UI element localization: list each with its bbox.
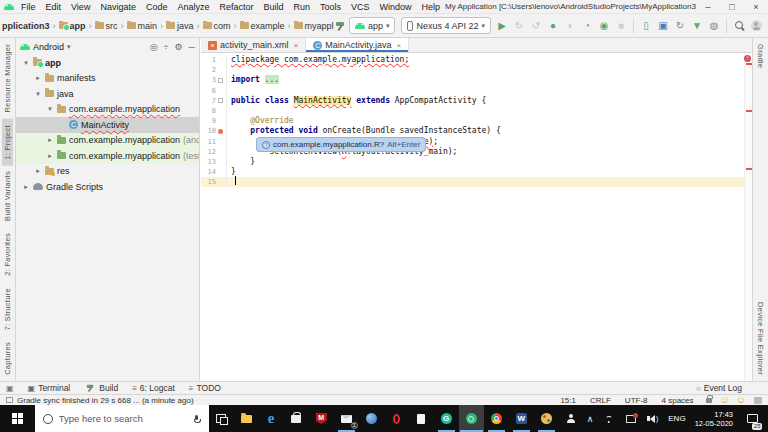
tree-item-app[interactable]: ▾app: [16, 55, 199, 71]
layout-inspector-button[interactable]: ▣: [655, 18, 671, 34]
indent-setting[interactable]: 4 spaces: [657, 396, 699, 405]
paint[interactable]: [534, 405, 559, 432]
menu-item-edit[interactable]: Edit: [41, 2, 67, 12]
tree-item-gradle-scripts[interactable]: ▸Gradle Scripts: [16, 179, 199, 195]
chevron-right-icon[interactable]: ▸: [34, 74, 42, 82]
file-encoding[interactable]: UTF-8: [620, 396, 653, 405]
code-editor[interactable]: ? com.example.myapplication.R? Alt+Enter…: [201, 53, 744, 381]
stripe-item-build-variants[interactable]: Build Variants: [2, 165, 13, 227]
menu-item-view[interactable]: View: [66, 2, 95, 12]
chrome-browser[interactable]: [484, 405, 509, 432]
tool-window-button-build[interactable]: Build: [84, 382, 118, 394]
code-line-14[interactable]: 14}: [201, 167, 744, 177]
breadcrumb-item-example[interactable]: example: [239, 21, 286, 31]
stripe-item-2-favorites[interactable]: 2: Favorites: [2, 227, 13, 282]
hide-panel-icon[interactable]: ─: [189, 42, 195, 52]
code-line-6[interactable]: 6: [201, 86, 744, 96]
cortana-app[interactable]: [359, 405, 384, 432]
tree-item-manifests[interactable]: ▸manifests: [16, 71, 199, 87]
microsoft-store[interactable]: [284, 405, 309, 432]
tool-window-button-todo[interactable]: ≡TODO: [189, 382, 221, 394]
grammarly[interactable]: G: [434, 405, 459, 432]
code-line-3[interactable]: 3import ...: [201, 75, 744, 85]
microphone-icon[interactable]: [194, 415, 199, 423]
breadcrumb-item-main[interactable]: main: [126, 21, 159, 31]
profiler-button[interactable]: ◍: [706, 18, 722, 34]
settings-gear-icon[interactable]: ⚙: [175, 42, 183, 52]
tray-overflow-chevron-icon[interactable]: ∧: [587, 414, 594, 424]
mcafee[interactable]: M: [309, 405, 334, 432]
chevron-down-icon[interactable]: ▾: [34, 90, 42, 98]
code-line-2[interactable]: 2: [201, 65, 744, 75]
menu-item-analyze[interactable]: Analyze: [172, 2, 214, 12]
start-button[interactable]: [0, 405, 35, 432]
tab-close-icon[interactable]: ×: [292, 41, 299, 50]
menu-item-help[interactable]: Help: [417, 2, 446, 12]
run-button[interactable]: ▶: [494, 18, 510, 34]
chevron-right-icon[interactable]: ▸: [22, 183, 30, 191]
action-center-button[interactable]: 25: [742, 405, 762, 432]
quickfix-tooltip[interactable]: ? com.example.myapplication.R? Alt+Enter: [256, 137, 426, 152]
tab-activity-main-xml[interactable]: aactivity_main.xml×: [201, 38, 306, 52]
locate-file-icon[interactable]: ◎: [150, 42, 158, 52]
notepad[interactable]: [409, 405, 434, 432]
tree-item-mainactivity[interactable]: CMainActivity: [16, 117, 199, 133]
stripe-item-gradle[interactable]: Gradle: [755, 38, 766, 74]
code-line-8[interactable]: 8: [201, 106, 744, 116]
tree-item-com-example-myapplication[interactable]: ▸com.example.myapplication (androidTest): [16, 133, 199, 149]
tool-window-button-terminal[interactable]: ▣Terminal: [28, 382, 71, 394]
avd-manager-button[interactable]: ▯: [638, 18, 654, 34]
minimize-button[interactable]: –: [696, 2, 720, 12]
sdk-manager-button[interactable]: ▼: [689, 18, 705, 34]
file-explorer[interactable]: [234, 405, 259, 432]
event-log-button[interactable]: ○ Event Log: [696, 383, 742, 393]
tool-window-button-6-logcat[interactable]: ≡6: Logcat: [132, 382, 175, 394]
menu-item-navigate[interactable]: Navigate: [95, 2, 141, 12]
stripe-item-device-file-explorer[interactable]: Device File Explorer: [755, 296, 766, 381]
maximize-button[interactable]: □: [720, 2, 744, 12]
android-studio[interactable]: [459, 405, 484, 432]
line-separator[interactable]: CRLF: [585, 396, 616, 405]
opera-browser[interactable]: [384, 405, 409, 432]
menu-item-code[interactable]: Code: [141, 2, 173, 12]
stripe-item-captures[interactable]: Captures: [2, 336, 13, 381]
menu-item-file[interactable]: File: [16, 2, 41, 12]
breadcrumb-item-myapplication[interactable]: myapplication: [293, 21, 334, 31]
chevron-down-icon[interactable]: ▾: [46, 105, 54, 113]
error-stripe-mark[interactable]: [746, 168, 752, 170]
breadcrumb-item-src[interactable]: src: [94, 21, 119, 31]
project-view-selector[interactable]: Android: [33, 42, 64, 52]
mail-app[interactable]: 1: [334, 405, 359, 432]
code-line-10[interactable]: 10 protected void onCreate(Bundle savedI…: [201, 126, 744, 136]
chevron-down-icon[interactable]: ▾: [22, 59, 30, 67]
volume-icon[interactable]: ): [646, 412, 659, 425]
chevron-right-icon[interactable]: ▸: [46, 136, 54, 144]
clock[interactable]: 17:43 12-05-2020: [695, 410, 733, 428]
close-button[interactable]: ×: [744, 2, 768, 12]
menu-item-refactor[interactable]: Refactor: [214, 2, 258, 12]
chevron-right-icon[interactable]: ▸: [34, 167, 42, 175]
wifi-icon[interactable]: [602, 412, 615, 425]
run-configuration-dropdown[interactable]: app ▾: [349, 17, 396, 34]
sync-project-button[interactable]: ↻: [672, 18, 688, 34]
memory-indicator-icon[interactable]: [754, 397, 762, 404]
readonly-lock-icon[interactable]: [706, 398, 712, 403]
breadcrumb-item-pplication3[interactable]: pplication3: [1, 21, 51, 31]
taskbar-search[interactable]: Type here to search: [35, 405, 209, 432]
error-stripe[interactable]: !: [744, 53, 752, 381]
code-line-13[interactable]: 13 }: [201, 157, 744, 167]
error-stripe-mark[interactable]: [746, 63, 752, 65]
device-dropdown[interactable]: Nexus 4 API 22 ▾: [401, 17, 491, 34]
edge-browser[interactable]: e: [259, 405, 284, 432]
people-icon[interactable]: [565, 412, 578, 425]
error-stripe-mark[interactable]: [746, 110, 752, 112]
menu-item-build[interactable]: Build: [258, 2, 288, 12]
breadcrumb-item-com[interactable]: com: [202, 21, 232, 31]
language-indicator[interactable]: ENG: [668, 414, 685, 423]
debug-button[interactable]: ●: [545, 18, 561, 34]
task-view-button[interactable]: [209, 405, 234, 432]
tree-item-com-example-myapplication[interactable]: ▾com.example.myapplication: [16, 102, 199, 118]
breadcrumb-item-app[interactable]: app: [58, 21, 87, 31]
menu-item-tools[interactable]: Tools: [315, 2, 346, 12]
profile-button[interactable]: ◔: [579, 18, 595, 34]
